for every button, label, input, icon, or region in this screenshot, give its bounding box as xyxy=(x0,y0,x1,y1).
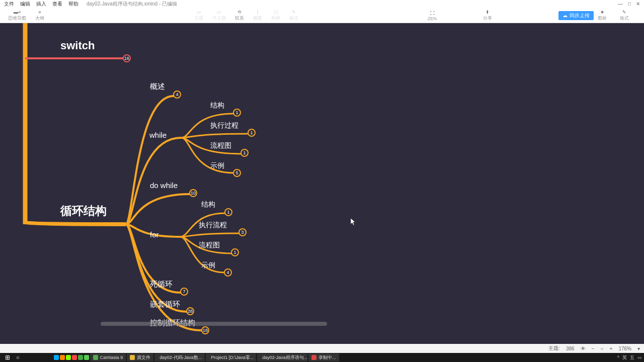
cortana-icon[interactable]: ○ xyxy=(14,354,22,360)
tray-app-icon[interactable] xyxy=(66,355,71,360)
zoom-in-button[interactable]: + xyxy=(610,346,613,351)
badge-dowhile[interactable]: 10 xyxy=(189,189,197,197)
node-for-2[interactable]: 流程图 xyxy=(199,241,220,250)
badge-for-3[interactable]: 4 xyxy=(224,268,232,277)
tool-summary[interactable]: } 概要 xyxy=(253,9,262,22)
node-while-2[interactable]: 流程图 xyxy=(210,141,231,150)
task-item[interactable]: Camtasia 9 xyxy=(90,353,126,361)
tool-topic[interactable]: ▭ 主题 xyxy=(194,9,203,22)
node-for-1[interactable]: 执行流程 xyxy=(199,221,227,230)
task-item[interactable]: Project1 [D:\Java零... xyxy=(206,353,256,361)
node-infinite[interactable]: 死循环 xyxy=(150,280,173,289)
mindmap-branches xyxy=(0,23,644,344)
node-for-3[interactable]: 示例 xyxy=(201,261,215,270)
node-while-1[interactable]: 执行过程 xyxy=(210,121,238,130)
badge-while-1[interactable]: 1 xyxy=(248,129,256,137)
visibility-icon[interactable]: 👁 xyxy=(581,346,586,351)
tray-app-icon[interactable] xyxy=(54,355,59,360)
badge-while-3[interactable]: 5 xyxy=(233,169,241,177)
node-dowhile[interactable]: do while xyxy=(150,181,178,190)
badge-for-1[interactable]: 3 xyxy=(238,228,247,236)
node-while[interactable]: while xyxy=(149,131,167,139)
minimize-icon[interactable]: — xyxy=(618,1,623,7)
tool-subtopic[interactable]: ▭ 子主题 xyxy=(212,9,226,22)
start-button[interactable]: ⊞ xyxy=(2,354,13,361)
badge-while-0[interactable]: 1 xyxy=(233,109,241,117)
cloud-sync-button[interactable]: ☁ 同步上传 xyxy=(558,11,594,20)
tool-marker[interactable]: ✎ 标注 xyxy=(289,9,298,22)
zoom-level[interactable]: 176% xyxy=(618,346,631,351)
status-topic-label: 主题: xyxy=(548,345,560,352)
menu-edit[interactable]: 编辑 xyxy=(20,1,30,8)
tray-app-icon[interactable] xyxy=(60,355,65,360)
tray-chevron-icon[interactable]: ^ xyxy=(617,355,619,360)
task-item[interactable]: 源文件 xyxy=(127,353,153,361)
tray-app-icon[interactable] xyxy=(84,355,89,360)
zoom-reset-button[interactable]: ○ xyxy=(601,346,604,351)
badge-for-0[interactable]: 1 xyxy=(224,208,232,216)
zoom-dropdown-icon[interactable]: ▾ xyxy=(637,346,640,351)
tray-app-icon[interactable] xyxy=(78,355,83,360)
menu-view[interactable]: 查看 xyxy=(52,1,62,8)
maximize-icon[interactable]: □ xyxy=(628,1,631,7)
tray-app-icon[interactable] xyxy=(72,355,77,360)
ime-indicator[interactable]: 英 xyxy=(622,354,627,361)
node-while-3[interactable]: 示例 xyxy=(210,161,224,170)
statusbar: 主题: 386 👁 − ○ + 176% ▾ xyxy=(0,344,644,353)
close-icon[interactable]: ✕ xyxy=(636,1,640,7)
node-for-0[interactable]: 结构 xyxy=(201,200,215,209)
tool-zen[interactable]: ⛶ ZEN xyxy=(428,10,437,21)
system-tray[interactable]: ^ 英 五 ▭ xyxy=(617,354,642,361)
badge-switch[interactable]: 16 xyxy=(123,54,131,62)
badge-nested[interactable]: 28 xyxy=(186,307,194,315)
tool-mindmap[interactable]: ▬≡ 思维导图 xyxy=(8,9,26,22)
badge-overview[interactable]: 4 xyxy=(173,90,181,99)
taskbar: ⊞ ○ Camtasia 9 源文件 day02-代码-Java数... Pro… xyxy=(0,353,644,362)
node-overview[interactable]: 概述 xyxy=(150,82,165,92)
menu-insert[interactable]: 插入 xyxy=(36,1,46,8)
badge-for-2[interactable]: 1 xyxy=(231,248,239,256)
window-controls[interactable]: — □ ✕ xyxy=(614,0,644,8)
tool-icon[interactable]: ★ 图标 xyxy=(598,9,607,22)
node-switch[interactable]: switch xyxy=(60,39,95,52)
task-item[interactable]: day02-Java程序语句... xyxy=(257,353,307,361)
notification-icon[interactable]: ▭ xyxy=(637,355,642,360)
menubar: 文件 编辑 插入 查看 帮助 day02-Java程序语句结构.xmind - … xyxy=(0,0,644,8)
mouse-cursor xyxy=(351,218,357,226)
toolbar: ▬≡ 思维导图 ≡ 大纲 ▭ 主题 ▭ 子主题 ⟲ 联系 } 概要 ▢ 外框 ✎… xyxy=(0,8,644,23)
node-loop[interactable]: 循环结构 xyxy=(60,203,107,219)
tool-boundary[interactable]: ▢ 外框 xyxy=(271,9,280,22)
node-nested[interactable]: 嵌套循环 xyxy=(150,300,180,309)
tool-share[interactable]: ⬆ 分享 xyxy=(483,9,492,22)
zoom-out-button[interactable]: − xyxy=(592,346,595,351)
horizontal-scrollbar[interactable] xyxy=(101,322,327,326)
menu-file[interactable]: 文件 xyxy=(4,1,14,8)
status-topic-count: 386 xyxy=(566,346,575,351)
tool-relation[interactable]: ⟲ 联系 xyxy=(235,9,244,22)
cloud-icon: ☁ xyxy=(562,13,568,18)
document-title: day02-Java程序语句结构.xmind - 已编辑 xyxy=(87,1,177,8)
task-item[interactable]: 录制中... xyxy=(308,353,339,361)
ime-mode[interactable]: 五 xyxy=(630,354,634,361)
badge-while-2[interactable]: 1 xyxy=(240,149,249,157)
node-for[interactable]: for xyxy=(150,230,159,239)
tool-outline[interactable]: ≡ 大纲 xyxy=(35,9,44,22)
task-item[interactable]: day02-代码-Java数... xyxy=(154,353,205,361)
badge-infinite[interactable]: 7 xyxy=(180,288,188,296)
node-while-0[interactable]: 结构 xyxy=(210,101,224,110)
menu-help[interactable]: 帮助 xyxy=(68,1,78,8)
tool-style[interactable]: ✎ 格式 xyxy=(620,9,629,22)
badge-control[interactable]: 18 xyxy=(201,326,209,334)
mindmap-canvas[interactable]: switch 16 循环结构 概述 4 while 结构 1 执行过程 1 流程… xyxy=(0,23,644,344)
